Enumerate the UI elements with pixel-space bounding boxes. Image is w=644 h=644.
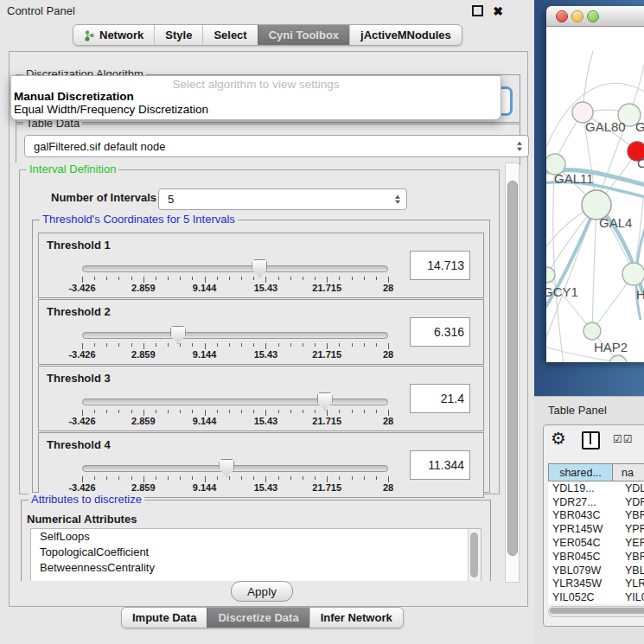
- node-label: GAL11: [554, 171, 594, 186]
- slider-tick: [290, 343, 291, 347]
- threshold-label: Threshold 3: [47, 372, 111, 385]
- tab-cyni-toolbox[interactable]: Cyni Toolbox: [258, 25, 349, 45]
- cell-shared-name: YLR345W: [548, 577, 615, 590]
- table-row[interactable]: YPR145WYPR1: [548, 522, 644, 536]
- slider-tick: [339, 277, 340, 280]
- tab-style[interactable]: Style: [154, 25, 202, 45]
- tab-jactivemnodules[interactable]: jActiveMNodules: [349, 25, 462, 45]
- slider-tick: [143, 277, 144, 283]
- network-canvas[interactable]: GAL80GACGAL11GAL4GCY1HHAP2: [546, 27, 644, 362]
- threshold-slider-2[interactable]: -3.4262.8599.14415.4321.71528: [82, 330, 388, 358]
- algorithm-option-manual[interactable]: Manual Discretization: [14, 90, 134, 103]
- minimize-traffic-light-icon[interactable]: [571, 10, 583, 22]
- node-label: GA: [635, 119, 644, 134]
- close-traffic-light-icon[interactable]: [556, 10, 568, 22]
- threshold-slider-3[interactable]: -3.4262.8599.14415.4321.71528: [82, 397, 388, 424]
- thresholds-group: Threshold's Coordinates for 5 Intervals …: [32, 220, 490, 493]
- attribute-list-item[interactable]: SelfLoops: [31, 529, 481, 545]
- numerical-attributes-label: Numerical Attributes: [27, 513, 137, 526]
- attributes-scrollbar-thumb[interactable]: [470, 532, 478, 577]
- tab-select[interactable]: Select: [202, 25, 257, 45]
- table-row[interactable]: YDR27...YDR2: [548, 495, 644, 509]
- threshold-panels: Threshold 1-3.4262.8599.14415.4321.71528…: [33, 233, 489, 499]
- table-row[interactable]: YDL19...YDL1: [548, 481, 644, 495]
- network-node[interactable]: [583, 322, 601, 340]
- table-row[interactable]: YLR345WYLR3: [548, 577, 644, 591]
- tab-discretize-data[interactable]: Discretize Data: [207, 608, 309, 628]
- slider-tick: [229, 277, 230, 280]
- stepper-icon[interactable]: [395, 194, 400, 204]
- slider-tick: [265, 277, 266, 283]
- threshold-value-field[interactable]: 21.4: [410, 384, 470, 413]
- slider-track[interactable]: [82, 332, 388, 339]
- bottom-tab-bar: Impute DataDiscretize DataInfer Network: [121, 607, 404, 628]
- threshold-slider-1[interactable]: -3.4262.8599.14415.4321.71528: [82, 264, 388, 291]
- tab-label: Network: [99, 29, 143, 41]
- threshold-value-field[interactable]: 11.344: [410, 450, 470, 480]
- table-horizontal-scrollbar-thumb[interactable]: [550, 608, 644, 614]
- gear-icon[interactable]: ⚙: [551, 429, 566, 448]
- algorithm-prompt-item[interactable]: Select algorithm to view settings: [11, 78, 501, 91]
- numerical-attributes-list[interactable]: SelfLoopsTopologicalCoefficientBetweenne…: [30, 528, 481, 581]
- slider-tick: [315, 410, 316, 413]
- slider-thumb[interactable]: [170, 326, 186, 344]
- slider-tick: [205, 343, 206, 349]
- select-columns-checkboxes-icon[interactable]: ☑☑: [613, 433, 634, 445]
- slider-tick: [94, 476, 95, 480]
- close-icon[interactable]: ✖: [493, 6, 503, 16]
- zoom-traffic-light-icon[interactable]: [587, 10, 599, 22]
- threshold-value-field[interactable]: 6.316: [410, 317, 470, 347]
- threshold-slider-4[interactable]: -3.4262.8599.14415.4321.71528: [82, 463, 388, 491]
- slider-scale-label: -3.426: [68, 416, 95, 426]
- cell-shared-name: YER054C: [548, 537, 615, 549]
- slider-tick: [241, 277, 242, 280]
- algorithm-option-equal-width[interactable]: Equal Width/Frequency Discretization: [14, 103, 208, 116]
- table-row[interactable]: YBR045CYBR0: [548, 550, 644, 564]
- slider-track[interactable]: [82, 465, 388, 472]
- columns-icon[interactable]: [582, 431, 600, 450]
- slider-scale-label: 2.859: [131, 482, 156, 493]
- apply-button[interactable]: Apply: [231, 581, 293, 602]
- slider-tick: [290, 277, 291, 280]
- table-row[interactable]: YBR043CYBR0: [548, 509, 644, 523]
- slider-thumb[interactable]: [317, 392, 333, 411]
- slider-tick: [388, 410, 389, 416]
- network-node[interactable]: [609, 355, 627, 362]
- slider-thumb[interactable]: [252, 259, 267, 277]
- slider-tick: [229, 343, 230, 347]
- tab-infer-network[interactable]: Infer Network: [309, 608, 403, 628]
- slider-tick: [106, 476, 107, 480]
- slider-track[interactable]: [82, 399, 388, 405]
- attribute-list-item[interactable]: BetweennessCentrality: [31, 560, 481, 576]
- table-row[interactable]: YER054CYER0: [548, 536, 644, 550]
- stepper-icon[interactable]: [517, 142, 522, 151]
- slider-tick: [278, 410, 279, 413]
- slider-scale-label: 21.715: [312, 349, 341, 360]
- tab-network[interactable]: Network: [73, 25, 154, 45]
- network-node[interactable]: [622, 263, 644, 285]
- tab-impute-data[interactable]: Impute Data: [122, 608, 207, 628]
- table-horizontal-scrollbar[interactable]: [548, 606, 644, 617]
- threshold-value-field[interactable]: 14.713: [410, 251, 470, 280]
- slider-track[interactable]: [82, 265, 388, 272]
- column-header-name[interactable]: na: [613, 463, 644, 481]
- float-window-icon[interactable]: [472, 5, 483, 16]
- attributes-scrollbar[interactable]: [468, 529, 481, 581]
- network-window-titlebar[interactable]: [546, 6, 644, 27]
- slider-thumb[interactable]: [219, 459, 234, 477]
- network-node[interactable]: [546, 267, 555, 283]
- table-data-combo[interactable]: galFiltered.sif default node: [24, 135, 529, 157]
- cell-name: YLR3: [615, 577, 644, 590]
- attribute-list-item[interactable]: TopologicalCoefficient: [31, 545, 481, 560]
- table-row[interactable]: YBL079WYBL0: [548, 564, 644, 577]
- algorithm-dropdown-popup: Select algorithm to view settings Manual…: [10, 75, 501, 120]
- column-header-shared-name[interactable]: shared...: [548, 463, 613, 481]
- settings-scrollbar-thumb[interactable]: [507, 181, 518, 556]
- slider-tick: [156, 476, 156, 480]
- slider-tick: [388, 277, 389, 283]
- table-row[interactable]: YIL052CYIL0: [548, 590, 644, 604]
- settings-scrollbar[interactable]: [505, 163, 520, 583]
- number-of-intervals-combo[interactable]: 5: [158, 188, 407, 210]
- tab-label: Style: [165, 29, 192, 41]
- slider-tick: [290, 410, 291, 413]
